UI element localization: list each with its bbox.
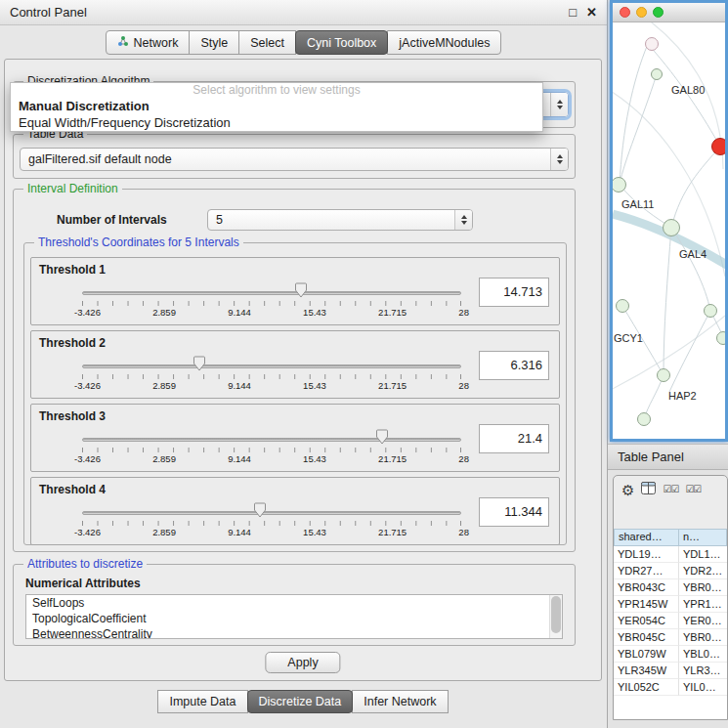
node-label-hap2: HAP2: [668, 390, 697, 402]
node-label-gal80: GAL80: [671, 84, 705, 96]
tab-jactivemnodules[interactable]: jActiveMNodules: [387, 30, 501, 55]
threshold-1-slider-track[interactable]: [82, 291, 461, 295]
combo-stepper-icon: [550, 93, 568, 116]
interval-definition-title: Interval Definition: [23, 182, 122, 196]
threshold-4-label: Threshold 4: [39, 483, 106, 496]
table-header-row: shared… n…: [614, 529, 727, 546]
threshold-1-slider-handle[interactable]: [294, 282, 307, 298]
cyni-toolbox-panel: Discretization Algorithm Select algorith…: [4, 59, 602, 681]
table-row[interactable]: YDR27…YDR2…: [614, 563, 727, 579]
control-panel-window: Control Panel □ ✕ Network Style Select C…: [0, 0, 608, 728]
network-view-window: GAL80 GAL11 GAL4 GCY1 HAP2: [610, 0, 728, 442]
bottom-tab-bar: Impute Data Discretize Data Infer Networ…: [0, 690, 607, 713]
network-node[interactable]: [651, 68, 663, 80]
network-node[interactable]: [716, 331, 725, 345]
node-label-gcy1: GCY1: [614, 332, 643, 344]
threshold-3-slider-track[interactable]: [82, 438, 461, 442]
table-panel-header: Table Panel: [608, 444, 728, 470]
table-row[interactable]: YIL052CYIL0…: [614, 679, 727, 696]
list-item[interactable]: BetweennessCentrality: [26, 626, 562, 639]
threshold-3-slider-handle[interactable]: [375, 429, 388, 445]
tab-network-label: Network: [134, 36, 179, 50]
attributes-list-scrollbar[interactable]: [549, 595, 562, 638]
window-title: Control Panel: [10, 5, 87, 20]
slider-scale-labels: -3.4262.8599.14415.4321.71528: [74, 380, 469, 391]
threshold-3-value-field[interactable]: 21.4: [479, 424, 549, 453]
list-item[interactable]: SelfLoops: [26, 595, 562, 611]
threshold-4-slider-track[interactable]: [82, 511, 461, 515]
network-node[interactable]: [645, 37, 659, 51]
tab-impute-data[interactable]: Impute Data: [157, 690, 247, 713]
close-icon[interactable]: ✕: [586, 5, 597, 20]
tab-infer-network[interactable]: Infer Network: [352, 690, 448, 713]
table-row[interactable]: YPR145WYPR1…: [614, 596, 727, 613]
columns-icon[interactable]: [641, 481, 656, 498]
minimize-traffic-light-icon[interactable]: [636, 7, 647, 18]
network-node[interactable]: [657, 368, 670, 382]
close-traffic-light-icon[interactable]: [620, 7, 630, 18]
threshold-2-slider-handle[interactable]: [193, 356, 206, 371]
threshold-2-label: Threshold 2: [39, 336, 106, 350]
table-data-group: Table Data galFiltered.sif default node: [13, 134, 576, 179]
algorithm-option-equal-width[interactable]: Equal Width/Frequency Discretization: [11, 114, 542, 131]
table-data-combobox[interactable]: galFiltered.sif default node: [20, 148, 569, 171]
combo-stepper-icon: [550, 149, 568, 170]
threshold-2-slider-track[interactable]: [82, 364, 461, 368]
tab-cyni-toolbox[interactable]: Cyni Toolbox: [295, 30, 388, 55]
column-header-shared-name[interactable]: shared…: [614, 529, 679, 546]
table-row[interactable]: YDL19…YDL1…: [614, 546, 727, 563]
thresholds-coordinates-title: Threshold's Coordinates for 5 Intervals: [34, 236, 243, 250]
network-node-selected[interactable]: [711, 138, 725, 155]
slider-tick-marks: [82, 374, 461, 379]
network-node[interactable]: [637, 412, 651, 426]
gear-icon[interactable]: ⚙: [621, 483, 634, 497]
threshold-1-value-field[interactable]: 14.713: [479, 278, 549, 307]
network-canvas[interactable]: GAL80 GAL11 GAL4 GCY1 HAP2: [613, 22, 725, 439]
threshold-2-value-field[interactable]: 6.316: [479, 351, 549, 380]
number-of-intervals-combobox[interactable]: 5: [207, 209, 473, 231]
minimize-icon[interactable]: □: [569, 5, 577, 20]
slider-scale-labels: -3.4262.8599.14415.4321.71528: [74, 527, 469, 537]
table-row[interactable]: YBR043CYBR0…: [614, 579, 727, 596]
list-item[interactable]: TopologicalCoefficient: [26, 611, 562, 626]
network-node[interactable]: [704, 304, 717, 318]
threshold-1-label: Threshold 1: [39, 263, 106, 277]
scrollbar-thumb[interactable]: [551, 596, 561, 633]
slider-scale-labels: -3.4262.8599.14415.4321.71528: [74, 453, 469, 464]
table-row[interactable]: YLR345WYLR3…: [614, 663, 727, 679]
select-columns-checkboxes-icon[interactable]: ☑☑: [685, 485, 701, 494]
table-row[interactable]: YER054CYER0…: [614, 613, 727, 629]
algorithm-option-manual[interactable]: Manual Discretization: [11, 98, 542, 114]
network-node[interactable]: [663, 219, 680, 236]
algorithm-placeholder-option[interactable]: Select algorithm to view settings: [11, 83, 542, 98]
threshold-3-panel: Threshold 3 -3.4262.8599.14415.4321.7152…: [30, 404, 560, 472]
network-node[interactable]: [616, 299, 629, 313]
threshold-1-slider: -3.4262.8599.14415.4321.71528: [82, 289, 461, 322]
threshold-4-slider-handle[interactable]: [254, 502, 267, 518]
algorithm-dropdown-popup: Select algorithm to view settings Manual…: [10, 82, 543, 132]
threshold-4-value-field[interactable]: 11.344: [479, 497, 549, 527]
tab-select[interactable]: Select: [238, 30, 296, 55]
tab-network[interactable]: Network: [106, 30, 191, 55]
apply-button[interactable]: Apply: [265, 652, 340, 673]
threshold-3-label: Threshold 3: [39, 409, 106, 423]
tab-style[interactable]: Style: [189, 30, 239, 55]
network-icon: [117, 35, 129, 50]
tab-discretize-data[interactable]: Discretize Data: [247, 690, 354, 713]
node-label-gal4: GAL4: [679, 248, 707, 260]
table-panel-toolbar: ⚙ ☑☑ ☑☑: [614, 476, 727, 503]
numerical-attributes-label: Numerical Attributes: [25, 577, 141, 590]
thresholds-coordinates-group: Threshold's Coordinates for 5 Intervals …: [23, 242, 567, 545]
zoom-traffic-light-icon[interactable]: [653, 7, 664, 18]
show-columns-checkboxes-icon[interactable]: ☑☑: [663, 485, 678, 494]
slider-tick-marks: [82, 301, 461, 306]
table-row[interactable]: YBR045CYBR0…: [614, 629, 727, 646]
column-header-name[interactable]: n…: [678, 529, 727, 546]
table-panel-title: Table Panel: [618, 450, 684, 464]
table-row[interactable]: YBL079WYBL0…: [614, 646, 727, 663]
combo-stepper-icon: [454, 210, 472, 230]
threshold-2-slider: -3.4262.8599.14415.4321.71528: [82, 363, 461, 396]
attributes-to-discretize-title: Attributes to discretize: [23, 557, 147, 572]
slider-scale-labels: -3.4262.8599.14415.4321.71528: [74, 307, 469, 318]
interval-definition-group: Interval Definition Number of Intervals …: [13, 189, 576, 552]
